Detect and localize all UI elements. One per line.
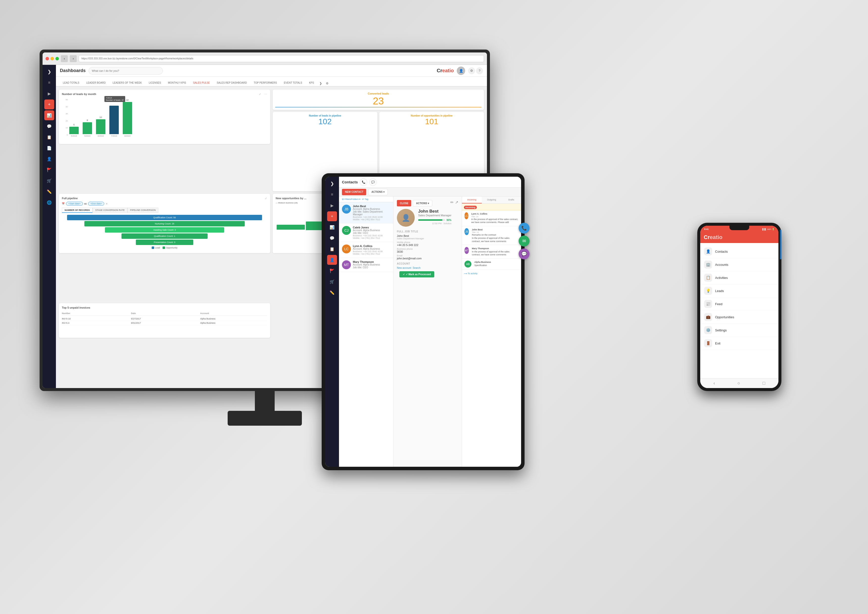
tab-drafts[interactable]: Drafts [501,197,521,203]
tablet-nav-flags[interactable]: 🚩 [327,266,337,276]
tab-leaders-week[interactable]: LEADERS OF THE WEEK [110,79,145,87]
activity-2[interactable]: MT Mary Thompson In the process of appro… [462,245,521,259]
tab-monthly-kpis[interactable]: MONTHLY KPIS [165,79,189,87]
nav-dashboard[interactable]: 📊 [44,110,54,120]
tab-licenses[interactable]: LICENSES [146,79,164,87]
tablet-nav-contacts[interactable]: 👤 [327,255,337,265]
tablet-nav-cart[interactable]: 🛒 [327,277,337,287]
nav-collapse[interactable]: ❯ [44,67,54,77]
tablet-chat-icon[interactable]: 💬 [369,178,377,186]
phone-back-btn[interactable]: ‹ [713,381,715,386]
close-filter-icon[interactable]: ✕ [105,202,108,205]
pipeline-filters: 📅 <Start date> ≤≤ <Due date> ✕ [62,202,267,206]
tab-outgoing[interactable]: Outgoing [482,197,502,203]
pipeline-opps-label: Number of opportunities in pipeline [382,114,482,117]
tab-next[interactable]: ❯ [318,81,323,86]
tab-pipeline-conv[interactable]: PIPELINE CONVERSION [127,208,159,213]
tab-num-records[interactable]: NUMBER OF RECORDS [62,208,93,213]
tablet-nav-collapse[interactable]: ❯ [327,179,337,189]
mark-processed-btn[interactable]: ✓ ✓ Mark as Processed [399,271,434,278]
edit-detail-icon[interactable]: ✏ [450,200,454,206]
float-phone-btn[interactable]: 📞 [519,223,530,234]
phone-menu-accounts[interactable]: 🏢 Accounts [700,258,778,271]
tab-event-totals[interactable]: EVENT TOTALS [281,79,305,87]
contact-mary-thompson[interactable]: MT Mary Thompson Account: Alpha Business… [339,258,393,272]
tab-sales-pulse[interactable]: SALES PULSE [190,79,213,87]
activity-time-0: Title: 14 [471,216,519,218]
new-account-btn[interactable]: New account [397,267,411,269]
phone-menu-leads[interactable]: 💡 Leads [700,284,778,298]
forward-btn[interactable]: › [70,55,77,62]
tab-kps[interactable]: KPS [306,79,317,87]
contact-lynn-collins[interactable]: LC Lynn A. Collins Account: Alpha Busine… [339,242,393,258]
tab-stage-conv[interactable]: STAGE CONVERSION RATE [93,208,127,213]
contact-john-best[interactable]: JB John Best Account: Alpha Business Job… [339,202,393,223]
nav-flags[interactable]: 🚩 [44,165,54,175]
avatar[interactable]: 👤 [457,67,465,75]
start-date-filter[interactable]: <Start date> [66,202,83,206]
float-email-btn[interactable]: ✉ [519,236,530,247]
activity-3[interactable]: AB Alpha Business Specification [462,259,521,270]
phone-menu-contacts[interactable]: 👤 Contacts [700,245,778,258]
float-chat-btn[interactable]: 💬 [519,248,530,259]
more-icon[interactable]: ⋯ [263,91,268,96]
search-input[interactable] [88,67,163,74]
expand-icon[interactable]: ⤢ [257,91,262,96]
phone-home-btn[interactable]: ○ [737,381,740,386]
tab-leader-board[interactable]: LEADER BOARD [84,79,108,87]
nav-menu[interactable]: ≡ [44,78,54,88]
back-btn[interactable]: ‹ [61,55,68,62]
invoice-row-0[interactable]: INV-5-10 5/27/2017 Alpha Business [62,317,267,321]
tablet-nav-msg[interactable]: 💬 [327,233,337,243]
tab-top-performers[interactable]: TOP PERFORMERS [251,79,280,87]
contact-caleb-jones[interactable]: CJ Caleb Jones Account: Alpha Business J… [339,223,393,242]
tablet-nav-add[interactable]: + [327,211,337,221]
help-icon[interactable]: ? [476,67,483,74]
completion-section: 90% [418,218,451,222]
invoice-row-1[interactable]: INV-5-4 6/01/2017 Alpha Business [62,321,267,325]
nav-globe[interactable]: 🌐 [44,197,54,208]
phone-menu-feed[interactable]: 📰 Feed [700,298,778,310]
tab-sales-rep[interactable]: SALES REP DASHBOARD [214,79,250,87]
nav-tasks[interactable]: 📋 [44,132,54,142]
detail-actions-btn[interactable]: ACTIONS ▾ [413,200,432,206]
nav-play[interactable]: ▶ [44,88,54,99]
to-activity-link[interactable]: ⟶ To activity [462,270,521,276]
filters-btn[interactable]: ⊞ Filters/Folders ▾ [342,198,361,200]
phone-menu-opportunities[interactable]: 💼 Opportunities [700,310,778,324]
phone-menu-settings[interactable]: ⚙️ Settings [700,324,778,337]
nav-documents[interactable]: 📄 [44,143,54,153]
share-detail-icon[interactable]: ↗ [455,200,458,206]
maximize-btn[interactable] [56,57,59,60]
actions-btn[interactable]: ACTIONS ▾ [368,189,388,195]
tablet-nav-chart[interactable]: 📊 [327,222,337,232]
tablet-nav-edit[interactable]: ✏️ [327,288,337,298]
tablet-nav-menu[interactable]: ≡ [327,189,337,200]
search-account-btn[interactable]: Search [413,267,421,269]
minimize-btn[interactable] [51,57,54,60]
phone-menu-exit[interactable]: 🚪 Exit [700,337,778,350]
tablet-phone-icon[interactable]: 📞 [360,178,367,186]
tablet-nav-play[interactable]: ▶ [327,200,337,210]
nav-add[interactable]: + [44,99,54,109]
tab-incoming[interactable]: Incoming [462,197,482,203]
tab-settings[interactable]: ⚙ [324,81,330,86]
address-bar[interactable]: https://333.333.333.xxx.bun.lzz.layresto… [79,55,484,62]
detail-close-btn[interactable]: CLOSE [397,200,411,206]
nav-messages[interactable]: 💬 [44,121,54,131]
phone-recent-btn[interactable]: □ [763,381,765,386]
new-contact-btn[interactable]: NEW CONTACT [342,189,366,195]
due-date-filter[interactable]: <Due date> [88,202,104,206]
close-btn[interactable] [45,57,49,60]
pipeline-expand-icon[interactable]: ⤢ [263,196,268,201]
activity-0[interactable]: LC Lynn A. Collins Title: 14 In the proc… [462,210,521,226]
nav-contacts[interactable]: 👤 [44,154,54,164]
tablet-nav-tasks[interactable]: 📋 [327,244,337,254]
phone-menu-activities[interactable]: 📋 Activities [700,271,778,284]
tag-btn[interactable]: 🏷 Tag [362,198,369,200]
nav-cart[interactable]: 🛒 [44,176,54,186]
nav-edit[interactable]: ✏️ [44,187,54,197]
gear-icon[interactable]: ⚙ [468,67,475,74]
activity-1[interactable]: JB John Best Title: 14 Remarks on the co… [462,226,521,245]
tab-lead-totals[interactable]: LEAD TOTALS [60,79,82,87]
